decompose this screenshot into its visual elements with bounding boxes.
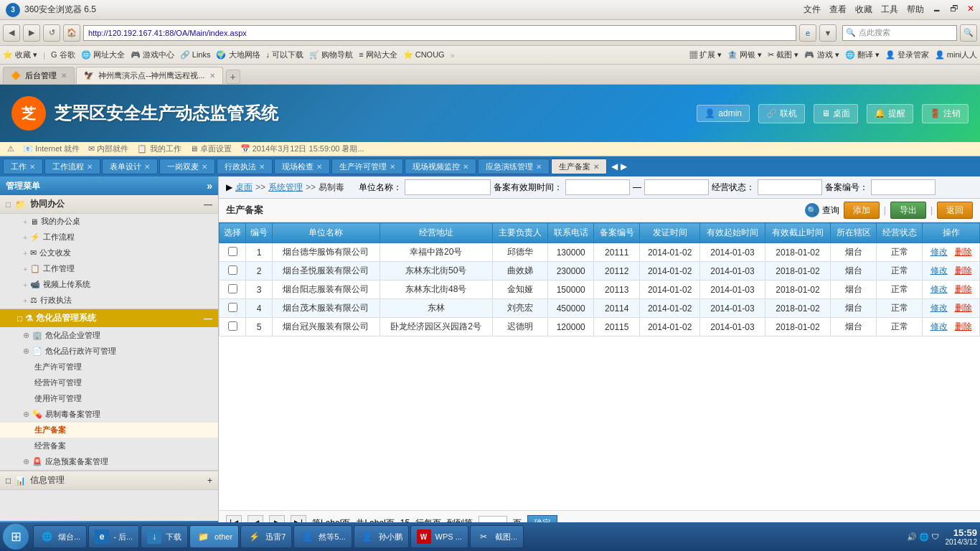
- input-date-start[interactable]: [565, 179, 630, 195]
- sidebar-item-precursor-mgmt[interactable]: ⊕ 💊 易制毒备案管理: [0, 407, 218, 423]
- sub-tab-form-close[interactable]: ✕: [144, 163, 150, 171]
- btn-remind[interactable]: 🔔 提醒: [867, 104, 913, 123]
- toolbar-translate[interactable]: 🌐 翻译 ▾: [845, 50, 880, 60]
- toolbar-extend[interactable]: ▦ 扩展 ▾: [689, 50, 722, 60]
- toolbar-mini[interactable]: 👤 mini人人: [935, 50, 977, 60]
- row-checkbox-4[interactable]: [228, 321, 237, 331]
- sidebar-item-use-permit[interactable]: 使用许可管理: [0, 391, 218, 407]
- dropdown-btn[interactable]: ▼: [819, 24, 837, 42]
- restore-btn[interactable]: 🗗: [950, 4, 958, 16]
- close-btn[interactable]: ✕: [967, 4, 974, 16]
- search-bar[interactable]: 🔍 点此搜索: [842, 25, 957, 41]
- menu-bookmarks[interactable]: 收藏: [855, 4, 872, 16]
- bookmark-links[interactable]: 🔗 Links: [180, 50, 211, 60]
- refresh-btn[interactable]: ↺: [43, 24, 60, 42]
- sidebar-chem-header[interactable]: □ ⚗ 危化品管理系统 —: [0, 309, 218, 328]
- bookmark-games[interactable]: 🎮 游戏中心: [131, 50, 174, 60]
- sub-tab-emergency-close[interactable]: ✕: [536, 163, 542, 171]
- tab-add-btn[interactable]: +: [226, 70, 240, 84]
- btn-logout[interactable]: 🚪 注销: [922, 104, 969, 123]
- btn-edit-2[interactable]: 修改: [930, 284, 948, 294]
- taskbar-item-7[interactable]: W WPS ...: [410, 525, 468, 548]
- sidebar-item-emergency-plan[interactable]: ⊕ 🚨 应急预案备案管理: [0, 454, 218, 470]
- address-bar[interactable]: http://120.192.167.41:88/OA/Main/index.a…: [83, 25, 796, 41]
- input-company[interactable]: [405, 179, 491, 195]
- sub-tab-admin[interactable]: 行政执法 ✕: [217, 159, 273, 174]
- bookmark-shop[interactable]: 🛒 购物导航: [309, 50, 353, 60]
- sub-tab-inspect-close[interactable]: ✕: [316, 163, 322, 171]
- sub-tab-record[interactable]: 生产备案 ✕: [551, 159, 607, 174]
- sub-tab-inspect[interactable]: 现场检查 ✕: [274, 159, 330, 174]
- bookmark-star[interactable]: ⭐ 收藏 ▾: [3, 50, 37, 60]
- btn-add[interactable]: 添加: [844, 202, 880, 219]
- taskbar-item-3[interactable]: 📁 other: [189, 525, 239, 548]
- sidebar-item-tasks[interactable]: + 📋 工作管理: [0, 261, 218, 277]
- toolbar-screenshot[interactable]: ✂ 截图 ▾: [768, 50, 798, 60]
- home-btn[interactable]: 🏠: [63, 24, 80, 42]
- sub-tab-work-close[interactable]: ✕: [29, 163, 35, 171]
- btn-desktop[interactable]: 🖥 桌面: [814, 104, 858, 123]
- sub-tab-video-close[interactable]: ✕: [463, 163, 468, 171]
- sub-tab-scroll-right[interactable]: ▶: [621, 161, 627, 171]
- sidebar-section-info[interactable]: □ 📊 信息管理 +: [0, 471, 218, 490]
- sub-tab-emergency[interactable]: 应急演练管理 ✕: [478, 159, 550, 174]
- sidebar-item-permit-mgmt[interactable]: ⊕ 📄 危化品行政许可管理: [0, 344, 218, 359]
- input-status[interactable]: [758, 179, 822, 195]
- taskbar-item-1[interactable]: e - 后...: [88, 525, 139, 548]
- row-checkbox-0[interactable]: [228, 247, 237, 256]
- taskbar-item-4[interactable]: ⚡ 迅雷7: [240, 525, 292, 548]
- input-date-end[interactable]: [644, 179, 709, 195]
- tab-backend-close[interactable]: ✕: [61, 72, 67, 80]
- sidebar-group-office-header[interactable]: □ 📁 协同办公 —: [0, 195, 218, 214]
- btn-delete-0[interactable]: 删除: [955, 247, 972, 257]
- sub-tab-work[interactable]: 工作 ✕: [3, 159, 43, 174]
- sidebar-item-desk[interactable]: + 🖥 我的办公桌: [0, 214, 218, 230]
- menu-view[interactable]: 查看: [829, 4, 847, 16]
- menu-help[interactable]: 帮助: [907, 4, 924, 16]
- minimize-btn[interactable]: 🗕: [933, 4, 941, 16]
- row-checkbox-1[interactable]: [228, 265, 237, 275]
- forward-btn[interactable]: ▶: [23, 24, 40, 42]
- sidebar-item-prod-record[interactable]: 生产备案: [0, 423, 218, 438]
- bookmark-websites[interactable]: ≡ 网站大全: [359, 50, 397, 60]
- bookmark-network[interactable]: 🌍 大地网络: [216, 50, 260, 60]
- menu-file[interactable]: 文件: [804, 4, 821, 16]
- btn-admin[interactable]: 👤 admin: [697, 105, 750, 122]
- btn-edit-0[interactable]: 修改: [930, 247, 948, 257]
- row-checkbox-2[interactable]: [228, 284, 237, 293]
- sidebar-item-video[interactable]: + 📹 视频上传系统: [0, 277, 218, 293]
- input-record-no[interactable]: [871, 179, 936, 195]
- search-go-btn[interactable]: 🔍: [960, 24, 977, 42]
- breadcrumb-home[interactable]: 桌面: [235, 182, 253, 194]
- taskbar-item-0[interactable]: 🌐 烟台...: [33, 525, 87, 548]
- taskbar-item-6[interactable]: 👤 孙小鹏: [354, 525, 409, 548]
- sub-tab-workflow[interactable]: 工作流程 ✕: [44, 159, 100, 174]
- notice-desktop[interactable]: 🖥 卓面设置: [190, 143, 232, 154]
- btn-delete-2[interactable]: 删除: [955, 284, 972, 294]
- back-btn[interactable]: ◀: [3, 24, 20, 42]
- btn-search-action[interactable]: 🔍 查询: [805, 203, 839, 217]
- btn-edit-3[interactable]: 修改: [930, 303, 948, 313]
- sub-tab-form[interactable]: 表单设计 ✕: [102, 159, 158, 174]
- btn-connect[interactable]: 🔗 联机: [758, 104, 805, 123]
- sidebar-item-law[interactable]: + ⚖ 行政执法: [0, 293, 218, 309]
- sidebar-item-enterprise[interactable]: ⊕ 🏢 危化品企业管理: [0, 328, 218, 344]
- sidebar-item-prod-permit[interactable]: 生产许可管理: [0, 359, 218, 375]
- breadcrumb-sys[interactable]: 系统管理: [268, 182, 303, 194]
- sub-tab-video[interactable]: 现场视频监控 ✕: [405, 159, 476, 174]
- sidebar-item-biz-permit[interactable]: 经营许可管理: [0, 375, 218, 391]
- btn-delete-3[interactable]: 删除: [955, 303, 972, 313]
- bookmark-cnoug[interactable]: ⭐ CNOUG: [403, 50, 445, 60]
- toolbar-ebank[interactable]: 🏦 网银 ▾: [727, 50, 762, 60]
- sub-tab-license-close[interactable]: ✕: [390, 163, 395, 171]
- notice-internal[interactable]: ✉ 内部就件: [88, 143, 128, 154]
- sub-tab-scroll-left[interactable]: ◀: [611, 161, 618, 171]
- menu-tools[interactable]: 工具: [881, 4, 898, 16]
- btn-delete-1[interactable]: 删除: [955, 265, 972, 276]
- taskbar-item-2[interactable]: ↓ 下载: [141, 525, 188, 548]
- bookmark-google[interactable]: G 谷歌: [51, 50, 75, 60]
- btn-edit-4[interactable]: 修改: [930, 321, 948, 331]
- row-checkbox-3[interactable]: [228, 303, 237, 312]
- btn-back[interactable]: 返回: [937, 202, 973, 219]
- toolbar-games[interactable]: 🎮 游戏 ▾: [804, 50, 839, 60]
